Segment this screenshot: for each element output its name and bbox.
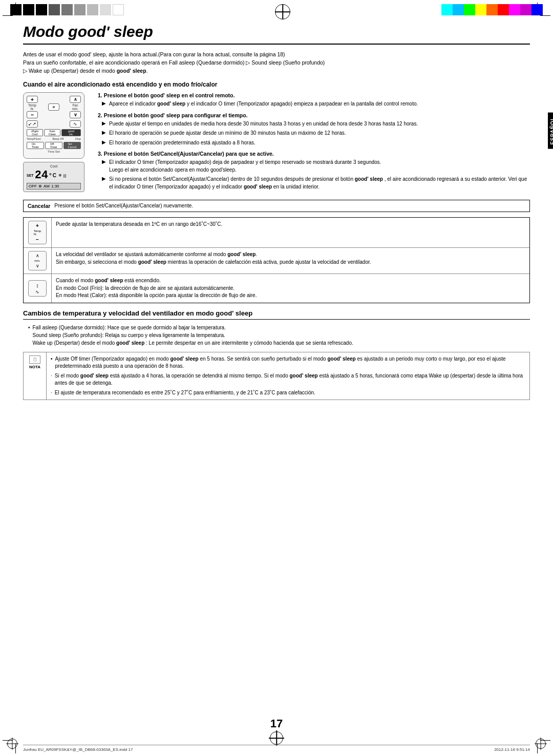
color-bars xyxy=(441,4,543,15)
color-bar-magenta xyxy=(509,4,520,15)
fan-label: Fanmin. xyxy=(72,103,78,111)
bullet-dot-1: • xyxy=(28,324,30,347)
remote-mid-row: ↙↗ ∿ xyxy=(27,120,81,128)
lcd-time-display: 1:30 xyxy=(51,184,59,188)
timer-row: OnTimer OffTimer SetCancel xyxy=(27,142,81,149)
fan-down-symbol: ∨ xyxy=(36,263,39,268)
step-2-bullet-1-text: Puede ajustar el tiempo en unidades de m… xyxy=(109,120,418,128)
step-2-bullet-3: ▶ El horario de operación predeterminado… xyxy=(98,139,530,147)
fan-up-btn: ∧ xyxy=(70,96,81,103)
lcd-temperature: 24 xyxy=(35,169,48,182)
feature-row-fan: ∧ min. ∨ La velocidad del ventilador se … xyxy=(24,248,529,274)
set-cancel-btn: SetCancel xyxy=(63,142,81,149)
time-set-label: Time Set xyxy=(27,150,81,153)
auto-clean-btn: AutoClean xyxy=(44,129,60,136)
two-col-layout: + Temphr. − ≡ ∧ Fanmin. ∨ ↙↗ xyxy=(23,92,530,195)
footer-left-text: Junfrau EU_AR09FSSK&Y@_IB_DB68-03363A_ES… xyxy=(23,747,133,752)
remote-area: + Temphr. − ≡ ∧ Fanmin. ∨ ↙↗ xyxy=(23,92,90,195)
sq-gray3 xyxy=(74,4,86,15)
step-3-bullet-1: ▶ El indicador O timer (Temporizador apa… xyxy=(98,159,530,174)
step-2-title: 2. Presione el botón good' sleep para co… xyxy=(98,112,530,118)
feature-icon-cell-fan: ∧ min. ∨ xyxy=(24,248,52,274)
step-2-bullet-2-text: El horario de operación se puede ajustar… xyxy=(109,130,346,137)
note-text-area: • Ajuste Off timer (Temporizador apagado… xyxy=(47,352,529,400)
right-content: 1. Presione el botón good' sleep en el c… xyxy=(98,92,530,195)
lcd-set-label: SET xyxy=(27,174,34,177)
disp-label: Disp xyxy=(75,137,81,140)
color-bar-purple xyxy=(520,4,531,15)
note-bullet-3: · xyxy=(51,389,52,397)
page-title: Modo good' sleep xyxy=(23,23,530,45)
calibration-squares xyxy=(10,4,124,15)
note-document-icon: 📋 xyxy=(29,355,40,364)
fan-up-symbol: ∧ xyxy=(36,253,39,258)
remote-control-image: + Temphr. − ≡ ∧ Fanmin. ∨ ↙↗ xyxy=(23,92,84,159)
fan-min-icon-label: min. xyxy=(34,259,40,262)
remote-top-buttons: + Temphr. − ≡ ∧ Fanmin. ∨ xyxy=(27,96,81,118)
reg-bl-circle xyxy=(7,739,17,749)
airflow-wave-symbol: ∿ xyxy=(35,289,39,295)
lcd-display: Cool SET 24 ° C ❄ ||| OFF ⊗ AM 1:30 xyxy=(23,162,84,192)
color-bar-green xyxy=(464,4,475,15)
cancel-text: Presione el botón Set/Cancel(Ajustar/Can… xyxy=(54,203,193,208)
sq-white xyxy=(113,4,124,15)
lcd-cool-label: Cool xyxy=(27,164,81,168)
lcd-clock-icon: ⊗ xyxy=(38,184,42,188)
note-bullet-2: · xyxy=(51,372,52,387)
color-bar-cyan xyxy=(441,4,453,15)
color-bar-orange xyxy=(486,4,498,15)
step-3: 3. Presione el botón Set/Cancel(Ajustar/… xyxy=(98,151,530,191)
page-number: 17 xyxy=(270,717,283,730)
step-3-bullet-1-text: El indicador O timer (Temporizador apaga… xyxy=(109,159,381,174)
sq-gray1 xyxy=(49,4,60,15)
arrow-icon-1: ▶ xyxy=(102,100,106,108)
main-content: Modo good' sleep Antes de usar el modo g… xyxy=(23,23,530,736)
note-item-2: · Si el modo good' sleep está ajustado a… xyxy=(51,372,525,387)
step-1-title: 1. Presione el botón good' sleep en el c… xyxy=(98,92,530,98)
reg-marks-top xyxy=(0,0,553,19)
lcd-temp-row: SET 24 ° C ❄ ||| xyxy=(27,169,81,182)
note-box: 📋 NOTA • Ajuste Off timer (Temporizador … xyxy=(23,352,530,401)
note-item-3-text: El ajuste de temperatura recomendado es … xyxy=(55,389,315,397)
feature-icon-cell-temp: + Temphr. − xyxy=(24,218,52,247)
note-item-1: • Ajuste Off timer (Temporizador apagado… xyxy=(51,355,525,370)
reg-mark-bottom-right xyxy=(535,738,547,750)
temp-hr-icon-label: Temphr. xyxy=(34,229,41,236)
off-timer-btn: OffTimer xyxy=(45,142,62,149)
arrow-icon-6: ▶ xyxy=(102,176,106,191)
step-1: 1. Presione el botón good' sleep en el c… xyxy=(98,92,530,108)
section2-bullet-1-text: Fall asleep (Quedarse dormido): Hace que… xyxy=(33,324,353,347)
temp-label: Temphr. xyxy=(28,103,36,111)
temp-hr-group: + Temphr. − xyxy=(27,96,38,118)
note-item-2-text: Si el modo good' sleep está ajustado a 4… xyxy=(55,372,525,387)
step-2-bullet-1: ▶ Puede ajustar el tiempo en unidades de… xyxy=(98,120,530,128)
footer-right-text: 2012-11-16 9:51:14 xyxy=(494,747,530,752)
temp-icon-box: + Temphr. − xyxy=(28,221,47,244)
lcd-icons: ❄ ||| xyxy=(58,173,66,178)
feature-icon-cell-airflow: ↕ ∿ xyxy=(24,274,52,303)
good-sleep-btn: goodsle. xyxy=(61,129,81,136)
color-bar-yellow xyxy=(475,4,486,15)
reg-mark-top-center xyxy=(275,4,290,19)
sidebar-language-label: ESPAÑOL xyxy=(548,113,553,149)
dlight-btn: ↙↗ xyxy=(27,120,38,128)
section1-title: Cuando el aire acondicionado está encend… xyxy=(23,81,530,88)
step-1-bullet-1-text: Aparece el indicador good' sleep y el in… xyxy=(109,100,418,108)
intro-line3: ▷ Wake up (Despertar) desde el modo good… xyxy=(23,67,530,75)
reg-mark-bottom-center xyxy=(269,730,284,746)
feature-row-temp: + Temphr. − Puede ajustar la temperatura… xyxy=(24,218,529,248)
sq-black1 xyxy=(10,4,22,15)
feature-text-airflow: Cuando el modo good' sleep está encendid… xyxy=(52,274,529,303)
lcd-am-label: AM xyxy=(44,184,50,188)
step-3-title: 3. Presione el botón Set/Cancel(Ajustar/… xyxy=(98,151,530,157)
arrow-icon-2: ▶ xyxy=(102,120,106,128)
sq-gray2 xyxy=(61,4,73,15)
fan-icon-box: ∧ min. ∨ xyxy=(28,251,47,270)
intro-text: Antes de usar el modo good' sleep, ajust… xyxy=(23,51,530,75)
lcd-off-indicator: OFF xyxy=(29,184,37,188)
footer: Junfrau EU_AR09FSSK&Y@_IB_DB68-03363A_ES… xyxy=(23,745,530,752)
fan-group: ∧ Fanmin. ∨ xyxy=(70,96,81,118)
arrow-icon-3: ▶ xyxy=(102,130,106,137)
color-bar-lightblue xyxy=(453,4,464,15)
fan-down-btn: ∨ xyxy=(70,111,81,118)
